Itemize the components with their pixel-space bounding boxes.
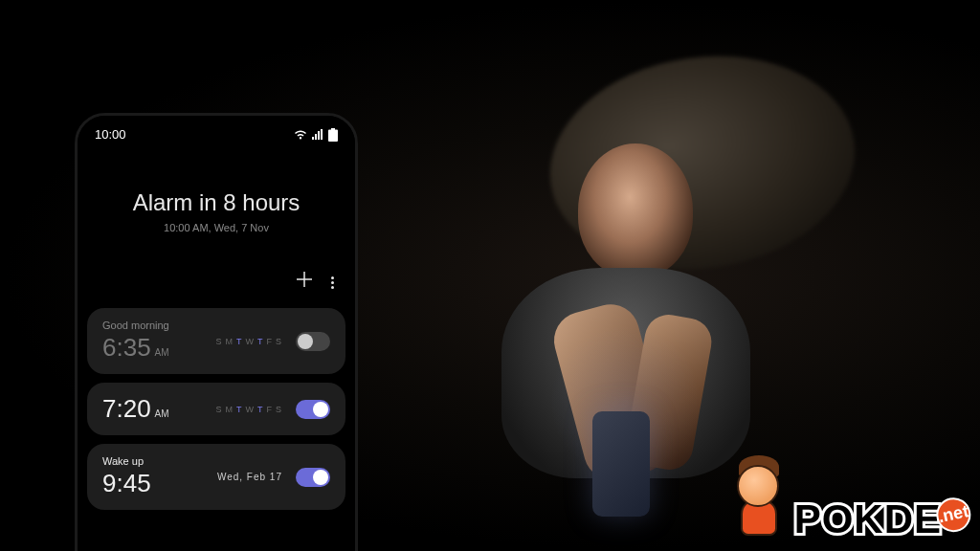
alarm-label: Good morning bbox=[102, 320, 169, 331]
alarm-subtitle: 10:00 AM, Wed, 7 Nov bbox=[97, 222, 336, 233]
alarm-info: Good morning 6:35 AM bbox=[102, 320, 169, 363]
alarm-time-value: 6:35 bbox=[102, 333, 151, 363]
watermark-brand: POKDE bbox=[794, 499, 942, 540]
actions-row bbox=[78, 253, 355, 308]
alarm-label: Wake up bbox=[102, 455, 151, 467]
alarm-time: 6:35 AM bbox=[102, 333, 169, 363]
alarm-time: 9:45 bbox=[102, 469, 151, 498]
status-bar: 10:00 bbox=[78, 116, 355, 147]
signal-icon bbox=[311, 129, 324, 141]
add-alarm-button[interactable] bbox=[295, 270, 314, 295]
alarm-toggle[interactable] bbox=[296, 400, 330, 419]
status-time: 10:00 bbox=[95, 127, 126, 142]
status-icons bbox=[294, 128, 338, 142]
alarm-days: S M T W T F S bbox=[215, 337, 282, 346]
wifi-icon bbox=[294, 129, 307, 141]
alarm-item[interactable]: Good morning 6:35 AM S M T W T F S bbox=[87, 308, 345, 374]
alarm-item[interactable]: Wake up 9:45 Wed, Feb 17 bbox=[87, 444, 345, 510]
alarm-header: Alarm in 8 hours 10:00 AM, Wed, 7 Nov bbox=[78, 147, 355, 253]
alarm-item[interactable]: 7:20 AM S M T W T F S bbox=[87, 383, 345, 435]
alarm-days: S M T W T F S bbox=[215, 405, 282, 414]
toggle-knob bbox=[313, 470, 328, 485]
phone-mockup: 10:00 Alarm in 8 hours 10:00 AM, Wed, 7 … bbox=[75, 113, 358, 551]
more-icon bbox=[331, 276, 334, 279]
more-options-button[interactable] bbox=[331, 276, 334, 289]
plus-icon bbox=[295, 270, 314, 289]
face-shape bbox=[578, 143, 693, 277]
alarm-info: Wake up 9:45 bbox=[102, 455, 151, 498]
alarm-date: Wed, Feb 17 bbox=[217, 472, 282, 482]
alarm-controls: Wed, Feb 17 bbox=[217, 468, 330, 487]
alarm-toggle[interactable] bbox=[296, 468, 330, 487]
alarm-controls: S M T W T F S bbox=[215, 400, 330, 419]
alarm-controls: S M T W T F S bbox=[215, 332, 330, 351]
alarm-time-value: 7:20 bbox=[102, 394, 151, 424]
person-illustration bbox=[444, 134, 808, 497]
mascot-icon bbox=[724, 453, 794, 540]
battery-icon bbox=[328, 128, 338, 142]
alarm-time-value: 9:45 bbox=[102, 469, 151, 498]
alarm-toggle[interactable] bbox=[296, 332, 330, 351]
alarm-list: Good morning 6:35 AM S M T W T F S bbox=[78, 308, 355, 510]
phone-screen: 10:00 Alarm in 8 hours 10:00 AM, Wed, 7 … bbox=[78, 116, 355, 551]
alarm-meridiem: AM bbox=[155, 347, 169, 358]
watermark: POKDE .net bbox=[724, 453, 972, 540]
alarm-info: 7:20 AM bbox=[102, 394, 169, 424]
alarm-title: Alarm in 8 hours bbox=[97, 189, 336, 216]
toggle-knob bbox=[313, 402, 328, 417]
alarm-time: 7:20 AM bbox=[102, 394, 169, 424]
alarm-meridiem: AM bbox=[155, 408, 169, 419]
held-phone bbox=[592, 411, 650, 517]
toggle-knob bbox=[298, 334, 313, 349]
